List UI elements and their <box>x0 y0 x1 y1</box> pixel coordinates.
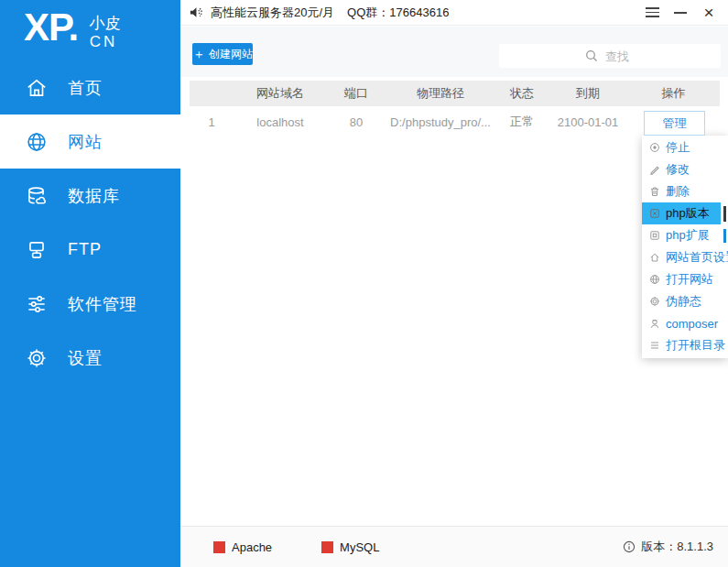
service-mysql[interactable]: MySQL <box>321 540 379 554</box>
plus-icon: ＋ <box>192 49 205 60</box>
sidebar-item-settings[interactable]: 设置 <box>0 331 180 385</box>
sliders-icon <box>24 291 49 317</box>
menu-item-rewrite[interactable]: 伪静态 <box>642 290 728 312</box>
menu-item-open-root[interactable]: 打开根目录 <box>642 334 728 356</box>
service-statusbar: Apache MySQL 版本：8.1.1.3 <box>180 526 728 567</box>
apache-status-indicator <box>213 541 225 553</box>
window-controls: × <box>644 5 728 21</box>
logo-xp-text: XP. <box>24 5 78 49</box>
menu-item-edit[interactable]: 修改 <box>642 158 728 180</box>
col-port: 端口 <box>327 85 386 102</box>
row-domain: localhost <box>234 115 327 129</box>
menu-item-label: composer <box>666 317 718 331</box>
menu-item-php-version[interactable]: php版本 <box>642 202 728 224</box>
sidebar-item-home[interactable]: 首页 <box>0 60 180 114</box>
sidebar-item-label: 网站 <box>68 131 103 153</box>
home-icon <box>24 75 49 101</box>
service-name: MySQL <box>340 540 379 554</box>
homepage-icon <box>648 252 660 264</box>
logo-cn-text: CN <box>90 33 118 50</box>
menu-item-label: 打开根目录 <box>666 337 725 354</box>
row-index: 1 <box>190 115 234 129</box>
edit-icon <box>648 164 660 176</box>
menu-item-label: 停止 <box>666 139 690 156</box>
sidebar-item-label: 数据库 <box>68 185 120 207</box>
create-website-label: 创建网站 <box>209 47 253 62</box>
manage-context-menu: 停止 修改 删除 php版本 <box>642 136 728 358</box>
php-version-icon <box>648 208 660 220</box>
menu-item-label: 伪静态 <box>666 293 701 310</box>
service-apache[interactable]: Apache <box>213 540 272 554</box>
col-expires: 到期 <box>549 85 627 102</box>
phpstudy-window: XP. 小皮 CN 首页 <box>0 0 728 567</box>
info-icon <box>623 540 636 553</box>
menu-item-composer[interactable]: composer <box>642 312 728 334</box>
logo-xiaopi-text: 小皮 <box>90 15 121 32</box>
search-box <box>499 44 721 68</box>
php-extension-icon <box>648 230 660 242</box>
service-name: Apache <box>232 540 272 554</box>
menu-hamburger-icon[interactable] <box>644 5 660 21</box>
menu-item-stop[interactable]: 停止 <box>642 136 728 158</box>
trash-icon <box>648 186 660 198</box>
logo-sub-text: 小皮 CN <box>90 15 121 51</box>
search-input[interactable] <box>499 44 721 68</box>
announcement-speaker-icon <box>189 5 202 19</box>
open-site-icon <box>648 274 660 286</box>
row-path: D:/phpstudy_pro/... <box>386 115 495 129</box>
menu-item-delete[interactable]: 删除 <box>642 180 728 202</box>
sidebar-menu: 首页 网站 <box>0 60 180 385</box>
sidebar-item-label: 设置 <box>68 347 103 369</box>
composer-icon <box>648 318 660 330</box>
table-row[interactable]: 1 localhost 80 D:/phpstudy_pro/... 正常 21… <box>190 106 720 137</box>
minimize-icon[interactable] <box>672 5 689 21</box>
sidebar-item-software[interactable]: 软件管理 <box>0 277 180 331</box>
root-folder-icon <box>648 340 660 352</box>
row-expires: 2100-01-01 <box>549 115 627 129</box>
sidebar-item-label: 首页 <box>68 77 103 99</box>
database-icon <box>24 183 49 209</box>
app-logo: XP. 小皮 CN <box>0 0 180 57</box>
create-website-button[interactable]: ＋ 创建网站 <box>192 43 253 65</box>
menu-item-php-extension[interactable]: php扩展 <box>642 224 728 246</box>
sidebar-item-database[interactable]: 数据库 <box>0 169 180 223</box>
col-path: 物理路径 <box>386 85 495 102</box>
manage-button[interactable]: 管理 <box>644 111 705 136</box>
mysql-status-indicator <box>321 541 333 553</box>
sidebar-item-websites[interactable]: 网站 <box>0 114 180 169</box>
menu-item-label: 修改 <box>666 161 690 178</box>
col-domain: 网站域名 <box>234 85 327 102</box>
globe-icon <box>24 129 49 155</box>
announcement-text: 高性能云服务器20元/月 <box>211 5 334 21</box>
menu-item-label: 打开网站 <box>666 271 713 288</box>
menu-item-label: php版本 <box>666 205 710 222</box>
menu-item-label: 删除 <box>666 183 690 200</box>
sidebar-item-label: 软件管理 <box>68 293 137 315</box>
col-status: 状态 <box>495 85 549 102</box>
menu-item-open-site[interactable]: 打开网站 <box>642 268 728 290</box>
version-text: 版本：8.1.1.3 <box>641 539 713 555</box>
sidebar-item-label: FTP <box>68 240 102 259</box>
titlebar: 高性能云服务器20元/月 QQ群：176643616 × <box>180 0 728 26</box>
search-icon <box>585 49 598 62</box>
version-area: 版本：8.1.1.3 <box>623 539 728 555</box>
table-header: 网站域名 端口 物理路径 状态 到期 操作 <box>190 81 720 106</box>
ftp-icon <box>24 237 49 263</box>
rewrite-icon <box>648 296 660 308</box>
row-port: 80 <box>327 115 386 129</box>
gear-icon <box>24 345 49 371</box>
toolbar: ＋ 创建网站 <box>180 27 728 77</box>
stop-icon <box>648 142 660 154</box>
sidebar-item-ftp[interactable]: FTP <box>0 223 180 277</box>
submenu-fragment <box>723 229 726 243</box>
sidebar: XP. 小皮 CN 首页 <box>0 0 180 567</box>
menu-item-label: 网站首页设置 <box>666 249 728 266</box>
col-actions: 操作 <box>627 85 720 102</box>
row-status: 正常 <box>495 114 549 130</box>
close-icon[interactable]: × <box>701 5 717 21</box>
submenu-fragment <box>723 206 726 222</box>
qq-group-text: QQ群：176643616 <box>347 5 449 21</box>
menu-item-label: php扩展 <box>666 227 710 244</box>
menu-item-homepage-settings[interactable]: 网站首页设置 <box>642 246 728 268</box>
